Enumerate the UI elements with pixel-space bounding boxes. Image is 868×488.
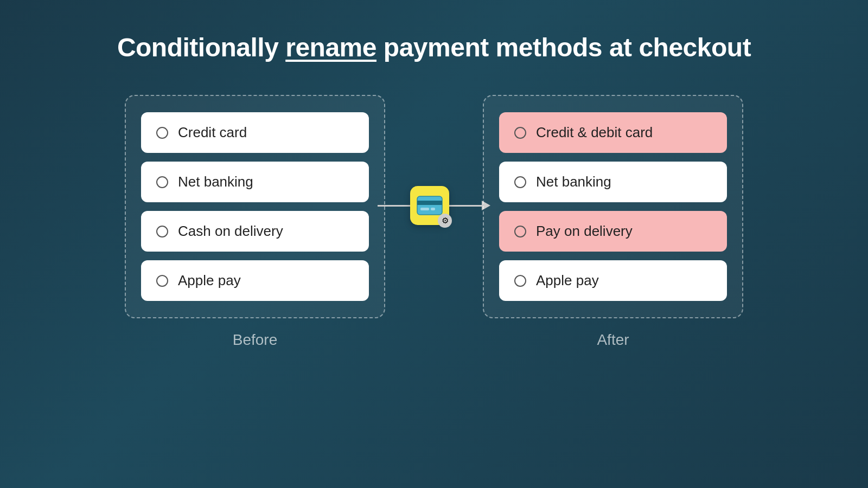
arrow-line-left xyxy=(378,205,410,207)
after-panel-container: Credit & debit cardNet bankingPay on del… xyxy=(483,95,743,349)
svg-rect-3 xyxy=(431,208,435,210)
payment-item-label: Apple pay xyxy=(178,272,241,289)
before-panel: Credit cardNet bankingCash on deliveryAp… xyxy=(125,95,385,318)
svg-rect-0 xyxy=(417,196,442,215)
transition-arrow: ⚙ xyxy=(385,186,483,225)
payment-item-label: Net banking xyxy=(178,174,253,190)
radio-circle xyxy=(514,275,526,287)
radio-circle xyxy=(156,176,168,188)
page-title: Conditionally rename payment methods at … xyxy=(117,33,751,62)
svg-rect-2 xyxy=(420,208,429,210)
radio-circle xyxy=(514,226,526,237)
before-item-2: Cash on delivery xyxy=(141,211,369,252)
payment-item-label: Pay on delivery xyxy=(536,223,633,240)
after-item-0: Credit & debit card xyxy=(499,112,727,153)
after-label: After xyxy=(597,331,629,349)
main-content: Credit cardNet bankingCash on deliveryAp… xyxy=(0,95,868,349)
title-suffix: payment methods at checkout xyxy=(376,33,751,62)
payment-item-label: Net banking xyxy=(536,174,611,190)
credit-card-gear-icon: ⚙ xyxy=(410,186,449,225)
radio-circle xyxy=(156,275,168,287)
after-panel: Credit & debit cardNet bankingPay on del… xyxy=(483,95,743,318)
payment-item-label: Apple pay xyxy=(536,272,599,289)
gear-badge: ⚙ xyxy=(438,214,452,228)
after-item-3: Apple pay xyxy=(499,260,727,301)
card-svg xyxy=(417,196,443,215)
payment-item-label: Credit card xyxy=(178,124,247,141)
before-item-3: Apple pay xyxy=(141,260,369,301)
before-label: Before xyxy=(233,331,278,349)
after-item-1: Net banking xyxy=(499,162,727,202)
radio-circle xyxy=(514,127,526,139)
before-item-1: Net banking xyxy=(141,162,369,202)
radio-circle xyxy=(156,226,168,237)
svg-rect-1 xyxy=(417,201,442,205)
radio-circle xyxy=(514,176,526,188)
payment-item-label: Credit & debit card xyxy=(536,124,653,141)
title-prefix: Conditionally xyxy=(117,33,285,62)
before-item-0: Credit card xyxy=(141,112,369,153)
payment-item-label: Cash on delivery xyxy=(178,223,283,240)
after-item-2: Pay on delivery xyxy=(499,211,727,252)
title-underlined: rename xyxy=(285,33,376,62)
arrow-wrapper: ⚙ xyxy=(378,186,490,225)
before-panel-container: Credit cardNet bankingCash on deliveryAp… xyxy=(125,95,385,349)
radio-circle xyxy=(156,127,168,139)
arrow-line-right xyxy=(449,205,482,207)
